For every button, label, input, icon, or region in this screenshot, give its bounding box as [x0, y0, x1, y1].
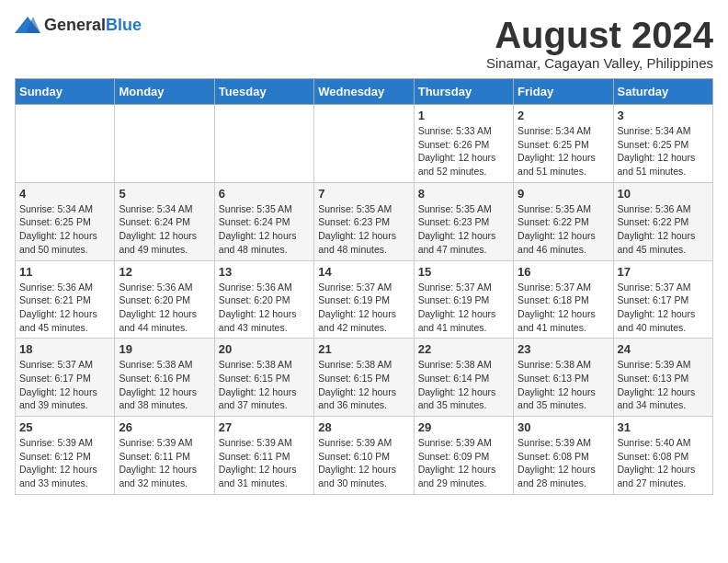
day-info: Sunrise: 5:39 AMSunset: 6:10 PMDaylight:… [318, 436, 409, 490]
day-number: 7 [318, 187, 409, 201]
day-info: Sunrise: 5:34 AMSunset: 6:24 PMDaylight:… [119, 202, 210, 257]
calendar-cell [214, 105, 313, 183]
calendar-cell: 19Sunrise: 5:38 AMSunset: 6:16 PMDayligh… [115, 339, 214, 417]
day-info: Sunrise: 5:34 AMSunset: 6:25 PMDaylight:… [19, 202, 110, 257]
day-info: Sunrise: 5:39 AMSunset: 6:12 PMDaylight:… [19, 436, 110, 490]
calendar-cell: 9Sunrise: 5:35 AMSunset: 6:22 PMDaylight… [514, 182, 613, 260]
day-number: 27 [219, 420, 310, 434]
calendar-cell: 13Sunrise: 5:36 AMSunset: 6:20 PMDayligh… [214, 260, 313, 339]
day-info: Sunrise: 5:39 AMSunset: 6:11 PMDaylight:… [119, 436, 210, 490]
calendar-cell: 10Sunrise: 5:36 AMSunset: 6:22 PMDayligh… [613, 182, 712, 260]
calendar-cell: 8Sunrise: 5:35 AMSunset: 6:23 PMDaylight… [414, 182, 513, 260]
day-number: 21 [318, 342, 409, 356]
weekday-header-tuesday: Tuesday [214, 79, 313, 105]
logo: GeneralBlue [15, 15, 142, 35]
calendar-cell: 21Sunrise: 5:38 AMSunset: 6:15 PMDayligh… [314, 339, 414, 417]
day-number: 17 [618, 265, 709, 279]
calendar-cell: 6Sunrise: 5:35 AMSunset: 6:24 PMDaylight… [214, 182, 313, 260]
calendar-cell: 16Sunrise: 5:37 AMSunset: 6:18 PMDayligh… [514, 260, 613, 339]
title-section: August 2024 Sinamar, Cagayan Valley, Phi… [486, 15, 713, 71]
day-number: 16 [518, 265, 609, 279]
day-number: 15 [418, 265, 509, 279]
day-number: 31 [618, 420, 709, 434]
day-number: 5 [119, 187, 210, 201]
day-info: Sunrise: 5:35 AMSunset: 6:23 PMDaylight:… [318, 202, 409, 257]
calendar-cell: 3Sunrise: 5:34 AMSunset: 6:25 PMDaylight… [613, 105, 712, 183]
day-number: 23 [518, 342, 609, 356]
day-info: Sunrise: 5:39 AMSunset: 6:09 PMDaylight:… [418, 436, 509, 490]
day-number: 10 [618, 187, 709, 201]
calendar-cell [16, 105, 115, 183]
weekday-header-row: SundayMondayTuesdayWednesdayThursdayFrid… [16, 79, 713, 105]
calendar-cell: 27Sunrise: 5:39 AMSunset: 6:11 PMDayligh… [214, 417, 313, 495]
day-info: Sunrise: 5:36 AMSunset: 6:20 PMDaylight:… [119, 281, 210, 335]
subtitle: Sinamar, Cagayan Valley, Philippines [486, 55, 713, 71]
day-info: Sunrise: 5:38 AMSunset: 6:14 PMDaylight:… [418, 358, 509, 412]
calendar-cell: 1Sunrise: 5:33 AMSunset: 6:26 PMDaylight… [414, 105, 513, 183]
weekday-header-wednesday: Wednesday [314, 79, 414, 105]
calendar-cell: 31Sunrise: 5:40 AMSunset: 6:08 PMDayligh… [613, 417, 712, 495]
calendar-cell: 20Sunrise: 5:38 AMSunset: 6:15 PMDayligh… [214, 339, 313, 417]
week-row-2: 4Sunrise: 5:34 AMSunset: 6:25 PMDaylight… [16, 182, 713, 260]
calendar-cell: 7Sunrise: 5:35 AMSunset: 6:23 PMDaylight… [314, 182, 414, 260]
logo-icon [15, 15, 40, 35]
day-number: 1 [418, 109, 509, 122]
weekday-header-sunday: Sunday [16, 79, 115, 105]
calendar-cell: 17Sunrise: 5:37 AMSunset: 6:17 PMDayligh… [613, 260, 712, 339]
day-info: Sunrise: 5:37 AMSunset: 6:17 PMDaylight:… [618, 281, 709, 335]
day-info: Sunrise: 5:40 AMSunset: 6:08 PMDaylight:… [618, 436, 709, 490]
day-info: Sunrise: 5:36 AMSunset: 6:22 PMDaylight:… [618, 202, 709, 257]
weekday-header-friday: Friday [514, 79, 613, 105]
day-info: Sunrise: 5:38 AMSunset: 6:13 PMDaylight:… [518, 358, 609, 412]
weekday-header-saturday: Saturday [613, 79, 712, 105]
header: GeneralBlue August 2024 Sinamar, Cagayan… [15, 15, 713, 71]
calendar-cell [314, 105, 414, 183]
calendar-cell: 5Sunrise: 5:34 AMSunset: 6:24 PMDaylight… [115, 182, 214, 260]
calendar-cell: 26Sunrise: 5:39 AMSunset: 6:11 PMDayligh… [115, 417, 214, 495]
calendar-cell: 24Sunrise: 5:39 AMSunset: 6:13 PMDayligh… [613, 339, 712, 417]
day-info: Sunrise: 5:38 AMSunset: 6:15 PMDaylight:… [219, 358, 310, 412]
day-info: Sunrise: 5:38 AMSunset: 6:16 PMDaylight:… [119, 358, 210, 412]
day-number: 4 [19, 187, 110, 201]
day-info: Sunrise: 5:39 AMSunset: 6:08 PMDaylight:… [518, 436, 609, 490]
week-row-3: 11Sunrise: 5:36 AMSunset: 6:21 PMDayligh… [16, 260, 713, 339]
weekday-header-thursday: Thursday [414, 79, 513, 105]
day-number: 19 [119, 342, 210, 356]
day-number: 13 [219, 265, 310, 279]
logo-general: General [44, 16, 106, 34]
day-number: 25 [19, 420, 110, 434]
day-number: 9 [518, 187, 609, 201]
weekday-header-monday: Monday [115, 79, 214, 105]
day-info: Sunrise: 5:34 AMSunset: 6:25 PMDaylight:… [518, 124, 609, 178]
day-number: 12 [119, 265, 210, 279]
day-info: Sunrise: 5:39 AMSunset: 6:11 PMDaylight:… [219, 436, 310, 490]
day-number: 8 [418, 187, 509, 201]
day-info: Sunrise: 5:36 AMSunset: 6:20 PMDaylight:… [219, 281, 310, 335]
day-info: Sunrise: 5:34 AMSunset: 6:25 PMDaylight:… [618, 124, 709, 178]
day-number: 26 [119, 420, 210, 434]
calendar-cell: 18Sunrise: 5:37 AMSunset: 6:17 PMDayligh… [16, 339, 115, 417]
day-info: Sunrise: 5:39 AMSunset: 6:13 PMDaylight:… [618, 358, 709, 412]
calendar-cell: 29Sunrise: 5:39 AMSunset: 6:09 PMDayligh… [414, 417, 513, 495]
day-number: 3 [618, 109, 709, 122]
day-info: Sunrise: 5:38 AMSunset: 6:15 PMDaylight:… [318, 358, 409, 412]
day-info: Sunrise: 5:37 AMSunset: 6:17 PMDaylight:… [19, 358, 110, 412]
day-info: Sunrise: 5:35 AMSunset: 6:24 PMDaylight:… [219, 202, 310, 257]
calendar-cell: 12Sunrise: 5:36 AMSunset: 6:20 PMDayligh… [115, 260, 214, 339]
calendar-cell: 25Sunrise: 5:39 AMSunset: 6:12 PMDayligh… [16, 417, 115, 495]
day-info: Sunrise: 5:35 AMSunset: 6:23 PMDaylight:… [418, 202, 509, 257]
day-info: Sunrise: 5:36 AMSunset: 6:21 PMDaylight:… [19, 281, 110, 335]
calendar-cell: 22Sunrise: 5:38 AMSunset: 6:14 PMDayligh… [414, 339, 513, 417]
day-number: 11 [19, 265, 110, 279]
day-number: 22 [418, 342, 509, 356]
calendar-cell [115, 105, 214, 183]
day-number: 24 [618, 342, 709, 356]
main-title: August 2024 [486, 15, 713, 55]
day-number: 2 [518, 109, 609, 122]
calendar-cell: 2Sunrise: 5:34 AMSunset: 6:25 PMDaylight… [514, 105, 613, 183]
calendar-table: SundayMondayTuesdayWednesdayThursdayFrid… [15, 78, 713, 495]
calendar-cell: 28Sunrise: 5:39 AMSunset: 6:10 PMDayligh… [314, 417, 414, 495]
day-number: 28 [318, 420, 409, 434]
day-info: Sunrise: 5:37 AMSunset: 6:19 PMDaylight:… [318, 281, 409, 335]
calendar-cell: 30Sunrise: 5:39 AMSunset: 6:08 PMDayligh… [514, 417, 613, 495]
